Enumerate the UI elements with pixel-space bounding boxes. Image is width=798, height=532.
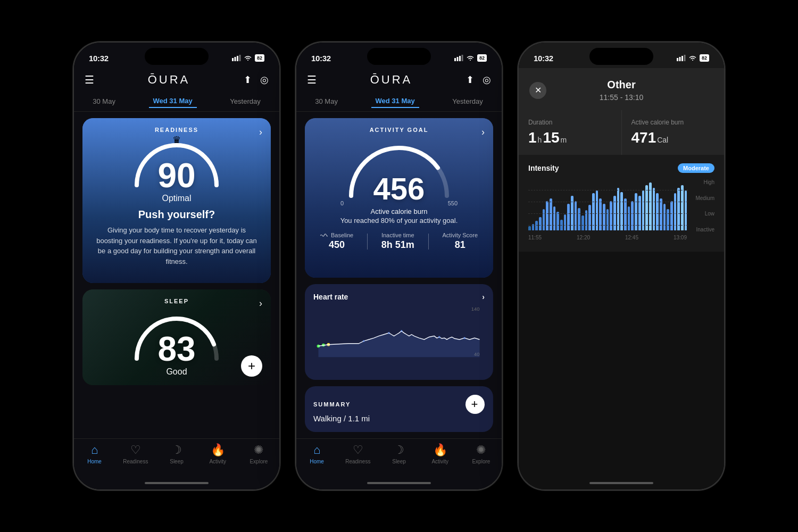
phone2-tab-readiness[interactable]: ♡ Readiness [337, 443, 378, 464]
share-icon[interactable]: ⬆ [244, 74, 252, 86]
sleep-card[interactable]: SLEEP › 83 Good + [82, 289, 271, 385]
heart-rate-card[interactable]: Heart rate › 140 40 [305, 284, 493, 380]
bar-45 [685, 190, 687, 230]
phone2-date-next[interactable]: Yesterday [448, 95, 487, 107]
readiness-score-label: Optimal [162, 194, 191, 203]
phone2-date-current[interactable]: Wed 31 May [371, 95, 419, 108]
phone2-settings-icon[interactable]: ◎ [483, 74, 491, 86]
bar-14 [575, 201, 577, 230]
crown-icon: ♛ [172, 134, 181, 146]
tab-activity-label: Activity [209, 459, 226, 464]
activity-tab-icon: 🔥 [211, 443, 225, 457]
phone2-tab-home-label: Home [310, 459, 324, 464]
tab-activity[interactable]: 🔥 Activity [197, 443, 238, 464]
phone2-nav-actions: ⬆ ◎ [466, 74, 491, 86]
bar-38 [660, 198, 662, 230]
bar-36 [653, 188, 655, 230]
duration-m-unit: m [561, 136, 567, 144]
svg-rect-24 [681, 56, 683, 61]
phone2-wifi-icon [466, 55, 475, 61]
readiness-score: 90 [157, 159, 195, 193]
phone2-sleep-icon: ☽ [394, 443, 404, 457]
duration-h-unit: h [538, 136, 542, 144]
phone1-nav-actions: ⬆ ◎ [244, 74, 269, 86]
readiness-card[interactable]: READINESS › ♛ 90 Optimal [82, 118, 271, 283]
tab-explore[interactable]: ✺ Explore [238, 443, 279, 464]
low-line [528, 213, 688, 214]
readiness-label: READINESS [155, 127, 198, 133]
high-label: High [695, 179, 714, 185]
phone1-screen: 10:32 82 ☰ ŌURA ⬆ ◎ [74, 43, 279, 489]
summary-card[interactable]: SUMMARY + Walking / 1.1 mi [305, 386, 493, 432]
summary-label: SUMMARY [313, 401, 351, 408]
intensity-level-labels: High Medium Low Inactive [695, 179, 714, 232]
phone2-tab-explore[interactable]: ✺ Explore [461, 443, 502, 464]
phone2-share-icon[interactable]: ⬆ [466, 74, 474, 86]
phone2-tab-sleep[interactable]: ☽ Sleep [378, 443, 419, 464]
chart-label-4: 13:09 [674, 235, 687, 240]
phone3: 10:32 82 ✕ Other 11:55 - 13:10 [518, 41, 725, 491]
phone1-inner: 10:32 82 ☰ ŌURA ⬆ ◎ [74, 43, 279, 489]
bar-28 [624, 198, 627, 230]
inactive-stat: Inactive time 8h 51m [381, 232, 414, 251]
summary-add-button[interactable]: + [466, 395, 485, 414]
bar-24 [610, 201, 612, 230]
activity-overlay: ACTIVITY GOAL › 456 0 [305, 118, 493, 278]
bar-26 [617, 188, 620, 230]
menu-icon[interactable]: ☰ [85, 73, 94, 86]
detail-header: ✕ Other 11:55 - 13:10 [519, 68, 724, 110]
duration-cell: Duration 1 h 15 m [519, 110, 621, 155]
readiness-heading: Push yourself? [138, 209, 215, 221]
svg-rect-2 [237, 56, 238, 61]
phone2-status-icons: 82 [454, 54, 487, 62]
activity-goal-card[interactable]: ACTIVITY GOAL › 456 0 [305, 118, 493, 278]
inactive-value: 8h 51m [381, 239, 414, 251]
phone2-home-indicator [296, 477, 502, 489]
phone3-home-indicator [519, 477, 724, 489]
activity-score-value: 81 [455, 239, 466, 251]
activity-gauge: 456 [340, 137, 458, 201]
phone1-date-tabs: 30 May Wed 31 May Yesterday [74, 92, 279, 112]
phone1-date-prev[interactable]: 30 May [88, 95, 120, 107]
activity-arrow: › [481, 127, 485, 138]
phones-container: 10:32 82 ☰ ŌURA ⬆ ◎ [73, 41, 725, 491]
phone2-menu-icon[interactable]: ☰ [307, 73, 317, 86]
inactive-label: Inactive [695, 227, 714, 232]
phone2-date-prev[interactable]: 30 May [311, 95, 342, 107]
phone1-battery: 82 [255, 54, 264, 62]
hr-arrow: › [482, 293, 485, 301]
tab-sleep[interactable]: ☽ Sleep [156, 443, 197, 464]
phone2-tab-activity[interactable]: 🔥 Activity [420, 443, 461, 464]
phone1-date-current[interactable]: Wed 31 May [149, 95, 197, 108]
phone1-status-icons: 82 [232, 54, 264, 62]
activity-reached: You reached 80% of your activity goal. [340, 217, 458, 225]
activity-score-label: Activity Score [442, 232, 478, 238]
explore-tab-icon: ✺ [254, 443, 263, 457]
phone2-screen: 10:32 82 ☰ ŌURA ⬆ ◎ [296, 43, 502, 489]
tab-home[interactable]: ⌂ Home [74, 443, 115, 464]
duration-minutes: 15 [543, 129, 559, 146]
bar-chart [528, 179, 714, 232]
settings-icon[interactable]: ◎ [260, 74, 269, 86]
calories-number: 471 [631, 129, 656, 146]
phone2-tab-readiness-label: Readiness [345, 459, 370, 464]
phone1-date-next[interactable]: Yesterday [226, 95, 264, 107]
bar-41 [670, 201, 673, 230]
tab-readiness-label: Readiness [123, 459, 148, 464]
phone2-inner: 10:32 82 ☰ ŌURA ⬆ ◎ [296, 43, 502, 489]
baseline-label: Baseline [320, 232, 353, 238]
close-button[interactable]: ✕ [529, 82, 546, 99]
sleep-add-button[interactable]: + [241, 355, 262, 377]
phone2-content: ACTIVITY GOAL › 456 0 [296, 112, 502, 438]
tab-readiness[interactable]: ♡ Readiness [115, 443, 156, 464]
sleep-tab-icon: ☽ [171, 443, 182, 457]
detail-title-container: Other 11:55 - 13:10 [546, 79, 696, 102]
phone3-time: 10:32 [534, 54, 553, 63]
inactive-label: Inactive time [381, 232, 414, 238]
stat-divider1 [367, 234, 368, 250]
phone2-tab-home[interactable]: ⌂ Home [296, 443, 337, 464]
bar-16 [581, 215, 584, 230]
detail-time-range: 11:55 - 13:10 [546, 93, 696, 102]
readiness-body: Giving your body time to recover yesterd… [91, 225, 262, 267]
intensity-badge: Moderate [678, 163, 714, 173]
